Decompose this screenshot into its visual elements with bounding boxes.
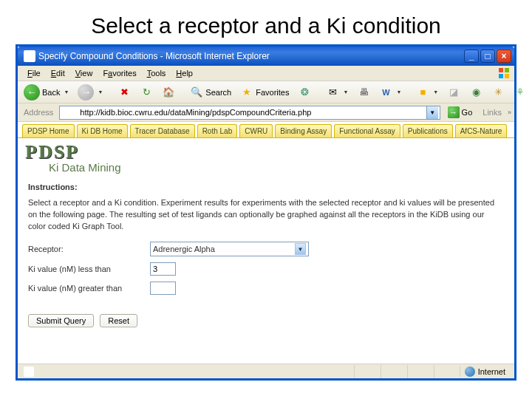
extra-button-1[interactable]: ■▼ <box>413 84 441 100</box>
tab-afcs-nature[interactable]: AfCS-Nature <box>455 124 508 137</box>
menu-view[interactable]: View <box>70 67 98 79</box>
slide-title: Select a receptor and a Ki condition <box>0 0 532 44</box>
back-button[interactable]: ← Back ▼ <box>21 83 72 102</box>
receptor-select[interactable]: Adrenergic Alpha ▼ <box>150 242 309 256</box>
status-bar: Internet <box>18 364 514 378</box>
window-title: Specify Compound Conditions - Microsoft … <box>38 51 464 61</box>
ki-less-row: Ki value (nM) less than <box>28 262 504 276</box>
extra-button-2[interactable]: ◪ <box>444 84 463 100</box>
svg-rect-0 <box>499 68 503 72</box>
tab-publications[interactable]: Publications <box>403 124 453 137</box>
gear-icon: ✳ <box>491 86 505 99</box>
refresh-icon: ↻ <box>140 86 153 99</box>
edit-button[interactable]: W▼ <box>376 84 404 100</box>
chevron-down-icon: ▼ <box>396 89 401 95</box>
address-field[interactable]: http://kidb.bioc.cwru.edu/dataMining/pds… <box>59 106 440 120</box>
messenger-icon: ⚘ <box>514 86 527 99</box>
menu-file-rest: ile <box>33 69 41 78</box>
search-icon: 🔍 <box>190 86 203 99</box>
zone-label: Internet <box>478 367 505 376</box>
tab-functional-assay[interactable]: Functional Assay <box>334 124 400 137</box>
minimize-button[interactable]: _ <box>464 50 479 63</box>
back-label: Back <box>42 88 60 97</box>
extra-button-3[interactable]: ◉ <box>466 84 485 100</box>
links-chevron-icon[interactable]: » <box>508 109 511 116</box>
home-icon: 🏠 <box>162 86 175 99</box>
status-cells <box>354 365 460 378</box>
site-nav-tabs: PDSP Home Ki DB Home Tracer Database Rot… <box>18 122 514 138</box>
status-cell <box>434 365 460 378</box>
toolbar: ← Back ▼ → ▼ ✖ ↻ 🏠 🔍 Search ★ Favorites … <box>18 81 514 103</box>
folder-icon: ■ <box>416 86 429 99</box>
form-buttons: Submit Query Reset <box>18 307 514 335</box>
menu-file[interactable]: File <box>22 67 46 79</box>
ki-greater-input[interactable] <box>150 282 176 295</box>
menu-help[interactable]: Help <box>171 67 198 79</box>
address-dropdown-button[interactable]: ▼ <box>426 106 438 119</box>
chevron-down-icon: ▼ <box>64 89 69 95</box>
submit-query-button[interactable]: Submit Query <box>28 314 94 327</box>
stop-icon: ✖ <box>117 86 131 99</box>
tab-pdsp-home[interactable]: PDSP Home <box>22 124 75 137</box>
history-button[interactable]: ❂ <box>295 84 314 100</box>
tab-binding-assay[interactable]: Binding Assay <box>275 124 332 137</box>
address-label: Address <box>21 108 56 117</box>
receptor-select-value: Adrenergic Alpha <box>153 245 295 253</box>
home-button[interactable]: 🏠 <box>159 84 178 100</box>
chevron-down-icon: ▼ <box>433 89 438 95</box>
refresh-button[interactable]: ↻ <box>137 84 156 100</box>
tool-icon: ◪ <box>447 86 460 99</box>
menu-edit[interactable]: Edit <box>46 67 70 79</box>
tab-cwru[interactable]: CWRU <box>239 124 273 137</box>
history-icon: ❂ <box>298 86 311 99</box>
status-cell <box>407 365 433 378</box>
title-bar: Specify Compound Conditions - Microsoft … <box>18 47 514 66</box>
tab-roth-lab[interactable]: Roth Lab <box>197 124 238 137</box>
maximize-button[interactable]: □ <box>480 50 495 63</box>
go-button[interactable]: → Go <box>443 106 477 118</box>
extra-button-5[interactable]: ⚘ <box>511 84 530 100</box>
page-content: PDSP Ki Data Mining Instructions: Select… <box>18 138 514 364</box>
receptor-row: Receptor: Adrenergic Alpha ▼ <box>28 242 504 256</box>
address-url: http://kidb.bioc.cwru.edu/dataMining/pds… <box>80 108 423 117</box>
go-icon: → <box>448 106 460 118</box>
extra-button-4[interactable]: ✳ <box>488 84 508 100</box>
browser-window: Specify Compound Conditions - Microsoft … <box>16 44 516 381</box>
page-icon <box>64 107 75 117</box>
tab-tracer-database[interactable]: Tracer Database <box>130 124 195 137</box>
instructions-body: Select a receptor and a Ki condition. Ex… <box>28 197 504 233</box>
tab-ki-db-home[interactable]: Ki DB Home <box>77 124 128 137</box>
reset-button[interactable]: Reset <box>100 314 137 327</box>
windows-flag-icon <box>498 67 510 79</box>
status-cell <box>381 365 406 378</box>
menu-favorites[interactable]: Favorites <box>98 67 141 79</box>
star-icon: ★ <box>240 86 253 99</box>
favorites-label: Favorites <box>256 88 289 97</box>
links-label: Links <box>480 108 505 117</box>
close-button[interactable]: × <box>497 50 511 63</box>
print-button[interactable]: 🖶 <box>354 84 373 100</box>
chevron-down-icon: ▼ <box>295 243 306 255</box>
instructions-heading: Instructions: <box>28 183 504 191</box>
go-label: Go <box>462 108 473 117</box>
back-icon: ← <box>24 84 40 100</box>
status-cell <box>354 365 380 378</box>
ki-less-input[interactable] <box>150 262 176 276</box>
swirl-icon: ◉ <box>469 86 482 99</box>
ki-less-label: Ki value (nM) less than <box>28 265 150 273</box>
word-icon: W <box>379 86 392 99</box>
receptor-label: Receptor: <box>28 245 150 253</box>
pdsp-logo: PDSP Ki Data Mining <box>18 138 514 177</box>
chevron-down-icon: ▼ <box>98 89 103 95</box>
favorites-button[interactable]: ★ Favorites <box>237 84 292 100</box>
status-left <box>18 366 354 377</box>
mail-button[interactable]: ✉▼ <box>323 84 351 100</box>
svg-rect-3 <box>505 74 509 78</box>
menu-tools[interactable]: Tools <box>142 67 171 79</box>
search-button[interactable]: 🔍 Search <box>187 84 234 100</box>
search-label: Search <box>205 88 231 97</box>
stop-button[interactable]: ✖ <box>115 84 134 100</box>
forward-button[interactable]: → ▼ <box>75 83 106 102</box>
page-icon <box>24 366 34 377</box>
mail-icon: ✉ <box>326 86 339 99</box>
